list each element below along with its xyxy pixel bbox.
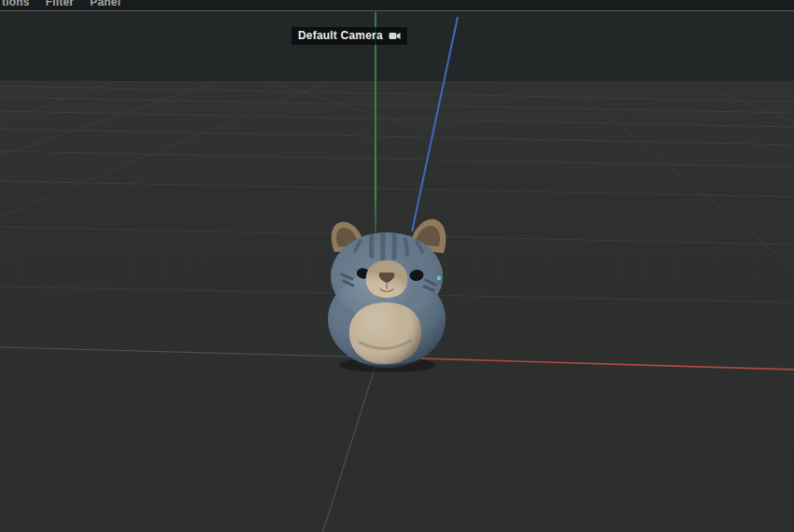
- camera-label-text: Default Camera: [298, 29, 383, 42]
- model-accent-speck: [437, 276, 441, 280]
- camera-selector-label[interactable]: Default Camera: [291, 27, 407, 45]
- scene-canvas: [0, 0, 794, 532]
- viewport-3d[interactable]: Default Camera: [0, 11, 794, 532]
- model-muzzle: [366, 260, 408, 298]
- menu-items: tions Filter Panel: [2, 0, 121, 8]
- app-window: { "menu": { "items": [ { "label": "tions…: [0, 0, 794, 532]
- menu-bar: tions Filter Panel: [0, 0, 794, 11]
- model-belly: [349, 302, 421, 364]
- menu-item-tions[interactable]: tions: [2, 0, 30, 8]
- camera-icon: [389, 31, 401, 41]
- model-plush-cat[interactable]: [328, 219, 446, 372]
- menu-item-panel[interactable]: Panel: [90, 0, 121, 8]
- menu-item-filter[interactable]: Filter: [46, 0, 75, 8]
